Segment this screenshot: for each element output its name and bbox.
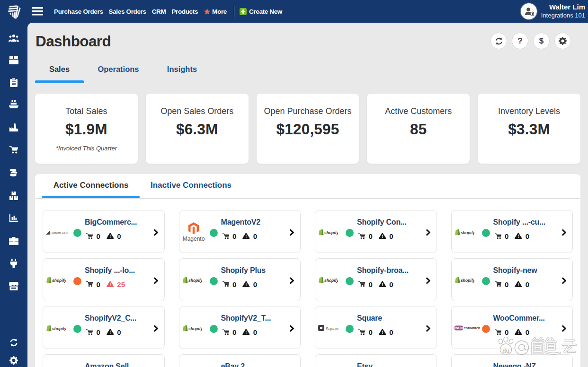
svg-text:COMMERCE: COMMERCE (51, 231, 69, 234)
svg-text:shopify: shopify (188, 278, 202, 283)
svg-text:shopify: shopify (461, 230, 474, 235)
svg-text:WOO: WOO (455, 326, 463, 330)
svg-text:shopify: shopify (52, 278, 66, 283)
svg-text:du: du (502, 348, 509, 354)
svg-text:shopify: shopify (324, 278, 338, 283)
svg-text:Magento: Magento (182, 236, 205, 242)
svg-text:Square: Square (326, 326, 339, 331)
svg-text:shopify: shopify (52, 326, 66, 331)
svg-text:COMMERCE: COMMERCE (463, 327, 480, 330)
svg-text:shopify: shopify (461, 278, 474, 283)
svg-text:shopify: shopify (324, 230, 338, 235)
svg-text:shopify: shopify (188, 326, 202, 331)
